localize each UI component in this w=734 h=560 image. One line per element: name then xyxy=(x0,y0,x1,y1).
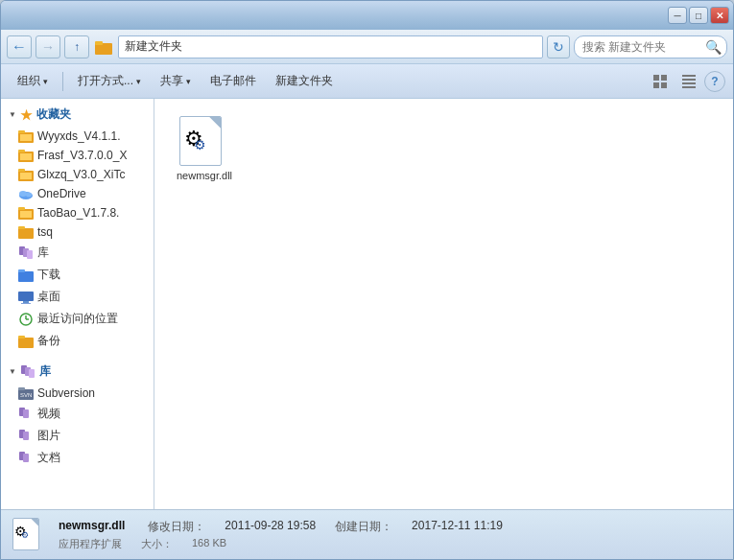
address-input[interactable] xyxy=(118,35,543,58)
refresh-button[interactable]: ↻ xyxy=(547,35,570,58)
svg-rect-4 xyxy=(653,82,659,88)
favorites-section-header[interactable]: ▼ ★ 收藏夹 xyxy=(1,103,154,127)
title-bar-buttons: ─ □ ✕ xyxy=(668,7,729,24)
sidebar-label-taobao: TaoBao_V1.7.8. xyxy=(37,206,119,220)
file-label: newmsgr.dll xyxy=(177,170,232,181)
sidebar-label-picture: 图片 xyxy=(37,428,60,444)
svg-point-20 xyxy=(19,191,27,197)
svg-rect-32 xyxy=(18,292,34,301)
status-row-bottom: 应用程序扩展 大小： 168 KB xyxy=(59,537,722,551)
organize-arrow-icon: ▾ xyxy=(43,77,48,86)
svg-rect-34 xyxy=(21,303,31,304)
minimize-button[interactable]: ─ xyxy=(668,7,687,24)
favorites-label: 收藏夹 xyxy=(36,106,71,123)
sidebar-item-doc[interactable]: 文档 xyxy=(1,447,154,469)
svg-rect-31 xyxy=(18,269,25,272)
search-input[interactable] xyxy=(574,35,727,58)
sidebar-label-glxzq: Glxzq_V3.0_XiTc xyxy=(37,168,125,181)
view-list-button[interactable] xyxy=(675,68,702,95)
sidebar-item-tsq[interactable]: tsq xyxy=(1,222,154,242)
sidebar-label-desktop: 桌面 xyxy=(37,289,60,305)
svg-rect-39 xyxy=(18,336,25,338)
help-button[interactable]: ? xyxy=(704,71,725,92)
sidebar-item-download[interactable]: 下载 xyxy=(1,264,154,286)
status-filename: newmsgr.dll xyxy=(59,519,125,535)
sidebar-label-backup: 备份 xyxy=(37,333,60,349)
up-button[interactable]: ↑ xyxy=(64,35,89,58)
sidebar-item-taobao[interactable]: TaoBao_V1.7.8. xyxy=(1,203,154,222)
svg-rect-3 xyxy=(661,75,667,81)
sidebar-item-video[interactable]: 视频 xyxy=(1,403,154,425)
nav-pane: ▼ ★ 收藏夹 Wyyxds_V4.1.1. Frasf_V3.7.0.0_X … xyxy=(1,99,154,509)
file-pane: ⚙ ⚙ newmsgr.dll xyxy=(154,99,733,509)
svg-rect-38 xyxy=(18,338,34,348)
svg-rect-14 xyxy=(18,150,25,152)
main-content: ▼ ★ 收藏夹 Wyyxds_V4.1.1. Frasf_V3.7.0.0_X … xyxy=(1,99,733,509)
svg-rect-7 xyxy=(682,79,696,81)
status-size-label: 大小： xyxy=(141,537,173,551)
status-info: newmsgr.dll 修改日期： 2011-09-28 19:58 创建日期：… xyxy=(59,519,722,551)
favorites-star-icon: ★ xyxy=(20,107,33,123)
forward-button[interactable]: → xyxy=(36,35,60,58)
maximize-button[interactable]: □ xyxy=(689,7,708,24)
organize-button[interactable]: 组织 ▾ xyxy=(9,68,57,95)
dll-file-icon: ⚙ ⚙ xyxy=(179,116,229,166)
sidebar-item-subversion[interactable]: SVN Subversion xyxy=(1,384,154,403)
open-with-button[interactable]: 打开方式... ▾ xyxy=(69,68,150,95)
share-button[interactable]: 共享 ▾ xyxy=(152,68,200,95)
close-button[interactable]: ✕ xyxy=(710,7,729,24)
sidebar-item-glxzq[interactable]: Glxzq_V3.0_XiTc xyxy=(1,165,154,184)
svg-rect-23 xyxy=(18,207,25,210)
library-section-header[interactable]: ▼ 库 xyxy=(1,360,154,384)
sidebar-item-desktop[interactable]: 桌面 xyxy=(1,286,154,308)
share-arrow-icon: ▾ xyxy=(186,77,191,86)
svg-rect-29 xyxy=(27,250,33,259)
status-type: 应用程序扩展 xyxy=(59,537,122,551)
svg-rect-49 xyxy=(23,432,29,440)
sidebar-item-backup[interactable]: 备份 xyxy=(1,330,154,352)
new-folder-button[interactable]: 新建文件夹 xyxy=(267,68,342,95)
svg-rect-25 xyxy=(18,228,34,239)
status-create-label: 创建日期： xyxy=(335,519,392,535)
status-modify-value: 2011-09-28 19:58 xyxy=(225,519,316,535)
file-item-newmsgr[interactable]: ⚙ ⚙ newmsgr.dll xyxy=(166,110,243,187)
open-with-arrow-icon: ▾ xyxy=(136,77,141,86)
sidebar-item-wyyxds[interactable]: Wyyxds_V4.1.1. xyxy=(1,127,154,146)
svg-rect-5 xyxy=(661,82,667,88)
window: ─ □ ✕ ← → ↑ ↻ 🔍 组织 ▾ 打开方式... ▾ xyxy=(0,0,734,560)
status-bar: ⚙ ⚙ newmsgr.dll 修改日期： 2011-09-28 19:58 创… xyxy=(1,509,733,559)
status-row-top: newmsgr.dll 修改日期： 2011-09-28 19:58 创建日期：… xyxy=(59,519,722,535)
sidebar-item-recent[interactable]: 最近访问的位置 xyxy=(1,308,154,330)
svg-rect-33 xyxy=(23,301,29,303)
svg-point-21 xyxy=(26,193,32,198)
sidebar-label-wyyxds: Wyyxds_V4.1.1. xyxy=(37,129,121,143)
sidebar-item-frasf[interactable]: Frasf_V3.7.0.0_X xyxy=(1,146,154,165)
back-button[interactable]: ← xyxy=(7,35,32,58)
sidebar-label-library-fav: 库 xyxy=(37,245,49,261)
status-create-value: 2017-12-11 11:19 xyxy=(412,519,503,535)
svg-rect-15 xyxy=(20,153,32,160)
svg-rect-1 xyxy=(95,41,103,45)
sidebar-item-picture[interactable]: 图片 xyxy=(1,425,154,447)
sidebar-label-recent: 最近访问的位置 xyxy=(37,311,118,327)
svg-rect-8 xyxy=(682,82,696,84)
sidebar-label-subversion: Subversion xyxy=(37,386,95,400)
svg-rect-17 xyxy=(18,169,25,172)
status-file-icon: ⚙ ⚙ xyxy=(12,518,47,552)
svg-rect-44 xyxy=(18,387,25,390)
svg-rect-24 xyxy=(20,211,32,218)
favorites-collapse-icon: ▼ xyxy=(9,110,16,119)
email-button[interactable]: 电子邮件 xyxy=(201,68,265,95)
svg-rect-18 xyxy=(20,173,32,179)
search-icon[interactable]: 🔍 xyxy=(705,39,722,55)
view-options-button[interactable] xyxy=(647,68,674,95)
svg-rect-2 xyxy=(653,75,659,81)
svg-text:SVN: SVN xyxy=(20,392,32,398)
svg-rect-47 xyxy=(23,409,29,418)
sidebar-item-library-fav[interactable]: 库 xyxy=(1,242,154,264)
library-collapse-icon: ▼ xyxy=(9,367,16,376)
title-bar: ─ □ ✕ xyxy=(1,1,733,30)
svg-rect-11 xyxy=(18,130,25,133)
sidebar-item-onedrive[interactable]: OneDrive xyxy=(1,184,154,203)
svg-rect-42 xyxy=(29,369,35,378)
